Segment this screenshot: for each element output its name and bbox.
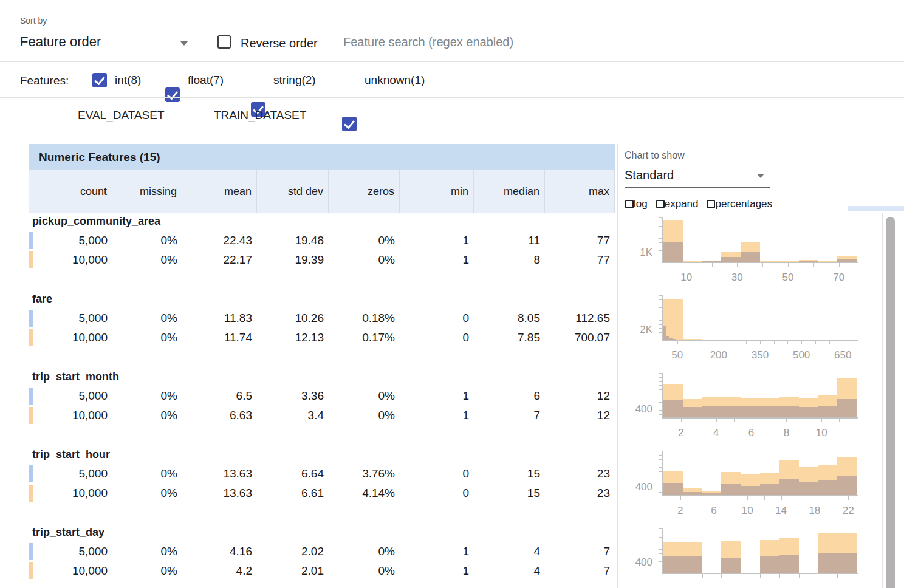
stat-cell: 3.76% [329, 464, 400, 484]
column-header-zeros: zeros [329, 170, 400, 213]
x-axis-tick [752, 419, 752, 422]
stat-cell: 1 [400, 406, 474, 425]
filter-checkbox-float[interactable] [165, 87, 180, 102]
stat-cell: 1 [400, 561, 474, 581]
y-axis-tick [659, 398, 662, 398]
stat-cell: 0% [112, 464, 182, 484]
chart-type-select[interactable]: Standard [625, 168, 770, 182]
stats-row-train: 10,0000%6.633.40%1712 [29, 406, 615, 425]
x-axis-tick [788, 263, 789, 267]
log-label: log [634, 198, 648, 210]
stat-cell: 6.64 [257, 464, 329, 484]
x-axis-tick [848, 496, 849, 500]
percentages-checkbox[interactable] [707, 200, 715, 208]
y-axis-tick [659, 389, 662, 390]
reverse-order-checkbox[interactable] [217, 35, 231, 49]
y-axis-tick [659, 250, 662, 251]
stat-cell: 19.48 [257, 231, 329, 250]
y-axis-tick [659, 553, 662, 554]
filter-checkbox-int[interactable] [92, 73, 107, 87]
stat-cell: 8 [474, 250, 545, 270]
vertical-scrollbar-thumb[interactable] [886, 217, 895, 588]
stat-cell: 0% [329, 250, 400, 270]
facets-overview-app: Sort by Feature order Reverse order Feat… [0, 0, 904, 588]
stat-cell: 13.63 [182, 484, 257, 503]
histogram-bar [799, 407, 818, 417]
x-axis-tick [760, 341, 761, 344]
y-axis-tick [659, 528, 662, 529]
x-axis-tick [779, 574, 780, 578]
stat-cell: 4 [474, 542, 545, 561]
x-axis-tick [760, 574, 761, 578]
x-axis-line [662, 262, 858, 263]
sort-by-underline [20, 56, 195, 56]
stat-cell: 1 [400, 542, 474, 561]
panel-edge-strip [848, 206, 904, 211]
expand-checkbox[interactable] [656, 200, 665, 208]
x-axis-tick [719, 341, 719, 344]
histogram-bar [721, 406, 741, 417]
y-axis-tick [659, 373, 662, 374]
histogram-bar [721, 558, 741, 573]
histogram-bar [760, 556, 779, 573]
y-axis-tick [659, 226, 662, 227]
x-axis-tick [702, 574, 703, 578]
sort-by-label: Sort by [20, 16, 47, 26]
x-axis-tick [737, 263, 738, 267]
chevron-down-icon [757, 174, 764, 178]
stat-cell: 3.4 [257, 406, 329, 425]
y-axis-tick [659, 307, 662, 308]
y-axis-tick [659, 304, 662, 304]
x-axis-tick [681, 419, 682, 422]
eval-dataset-label: EVAL_DATASET [78, 109, 165, 122]
features-filter-label: Features: [20, 74, 69, 87]
stat-cell: 11.74 [182, 328, 257, 347]
stat-cell: 10.26 [257, 309, 329, 328]
histogram-bar [799, 482, 818, 495]
stat-cell: 1 [400, 386, 474, 406]
stat-cell: 5,000 [29, 309, 112, 328]
y-axis-tick [659, 332, 662, 333]
log-checkbox[interactable] [625, 200, 634, 208]
y-axis-tick [659, 566, 662, 566]
x-axis-tick-label: 650 [834, 349, 851, 361]
stat-cell: 0% [329, 406, 400, 425]
x-axis-tick [821, 419, 822, 422]
x-axis-tick [733, 341, 733, 344]
stat-cell: 2.02 [257, 542, 329, 561]
column-header-max: max [545, 170, 615, 213]
y-axis-tick [659, 394, 662, 394]
y-axis-tick [659, 545, 662, 545]
y-axis-tick [659, 242, 662, 243]
x-axis-tick [786, 419, 787, 422]
y-axis-label: 400 [626, 403, 652, 415]
filter-checkbox-unknown[interactable] [342, 117, 357, 131]
stats-row-train: 10,0000%13.636.614.14%01523 [29, 484, 615, 503]
search-underline [343, 56, 636, 56]
histogram-bar [721, 484, 741, 495]
y-axis-tick [659, 549, 662, 550]
column-header-row: count missing mean std dev zeros min med… [29, 170, 615, 213]
y-axis-tick [659, 480, 662, 480]
stats-row-train: 10,0000%11.7412.130.17%07.85700.07 [29, 328, 615, 347]
feature-search-input[interactable] [343, 35, 635, 49]
stat-cell: 15 [474, 484, 545, 503]
y-axis-tick [659, 247, 662, 247]
x-axis-tick [747, 496, 748, 500]
x-axis-tick [781, 496, 782, 500]
stat-cell: 4.16 [182, 542, 257, 561]
stat-cell: 23 [545, 464, 615, 484]
stat-cell: 5,000 [29, 542, 112, 561]
divider-filters [0, 97, 904, 98]
histogram-bar [663, 400, 683, 417]
y-axis-tick [659, 459, 662, 460]
x-axis-tick-label: 2 [677, 505, 683, 517]
stat-cell: 112.65 [545, 309, 615, 328]
y-axis-tick [659, 238, 662, 239]
y-axis-tick [659, 455, 662, 456]
sort-by-select[interactable]: Feature order [20, 34, 195, 50]
y-axis-label: 1K [626, 247, 652, 259]
stat-cell: 11.83 [182, 309, 257, 328]
x-axis-tick-label: 10 [742, 505, 753, 517]
stat-cell: 4 [474, 561, 545, 581]
